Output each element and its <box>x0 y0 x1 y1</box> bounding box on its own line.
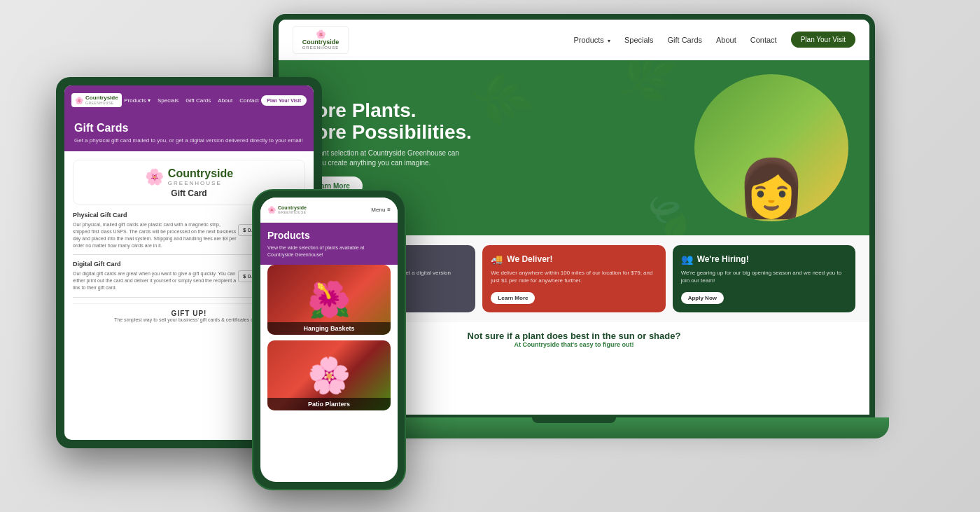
people-icon: 👥 <box>681 254 693 265</box>
phone-products-list: 🌺 Hanging Baskets 🌸 Patio Planters <box>260 265 398 410</box>
tablet-hero-subtitle: Get a physical gift card mailed to you, … <box>74 137 304 144</box>
tablet-hero: Gift Cards Get a physical gift card mail… <box>64 115 314 151</box>
hiring-title: 👥 We're Hiring! <box>681 254 847 265</box>
laptop-nav-links: Products ▾ Specials Gift Cards About Con… <box>573 32 855 48</box>
tablet-digital-desc: Our digital gift cards are great when yo… <box>73 270 238 291</box>
leaf-decor-1: 🌿 <box>614 60 680 111</box>
phone-product-hanging-baskets[interactable]: 🌺 Hanging Baskets <box>267 265 391 335</box>
phone-logo: 🌸 Countryside GREENHOUSE <box>267 205 307 214</box>
phone-logo-name: Countryside <box>278 205 307 210</box>
tablet-nav-specials[interactable]: Specials <box>158 97 178 104</box>
tablet-navbar: 🌸 Countryside GREENHOUSE Products ▾ Spec… <box>64 85 314 115</box>
phone-screen: 🌸 Countryside GREENHOUSE Menu ≡ Products <box>260 198 398 482</box>
tablet-nav-about[interactable]: About <box>218 97 232 104</box>
tablet-physical-label: Physical Gift Card <box>73 212 238 219</box>
nav-link-contact[interactable]: Contact <box>750 36 777 44</box>
patio-planters-emoji: 🌸 <box>307 355 351 396</box>
phone-product-patio-planters[interactable]: 🌸 Patio Planters <box>267 340 391 410</box>
delivery-card: 🚚 We Deliver! We deliver anywhere within… <box>482 245 665 312</box>
hero-title: More Plants. More Possibilities. <box>300 100 472 144</box>
tablet-nav-links: Products ▾ Specials Gift Cards About Con… <box>124 97 259 104</box>
nav-link-specials[interactable]: Specials <box>624 36 654 44</box>
tablet-digital-label: Digital Gift Card <box>73 261 238 268</box>
phone-hero-title: Products <box>267 230 391 242</box>
phone-hero-subtitle: View the wide selection of plants availa… <box>267 244 391 258</box>
laptop-logo-box: 🌸 Countryside GREENHOUSE <box>293 26 349 54</box>
tablet-gift-flower: 🌸 <box>145 168 164 186</box>
phone-device: 🌸 Countryside GREENHOUSE Menu ≡ Products <box>252 189 406 490</box>
phone-navbar: 🌸 Countryside GREENHOUSE Menu ≡ <box>260 198 398 223</box>
tablet-nav-products[interactable]: Products ▾ <box>124 97 150 104</box>
nav-link-giftcards[interactable]: Gift Cards <box>668 36 703 44</box>
phone-menu-label: Menu <box>371 207 385 213</box>
hero-text: More Plants. More Possibilities. The pla… <box>300 100 472 196</box>
phone-logo-sub: GREENHOUSE <box>278 210 307 214</box>
tablet-physical-desc: Our physical, mailed gift cards are plas… <box>73 221 238 249</box>
delivery-text: We deliver anywhere within 100 miles of … <box>491 269 657 284</box>
apply-now-button[interactable]: Apply Now <box>681 292 724 304</box>
tablet-nav-contact[interactable]: Contact <box>239 97 259 104</box>
laptop-logo-name: Countryside <box>302 39 340 46</box>
hero-person-icon: 👩 <box>736 155 806 221</box>
nav-link-about[interactable]: About <box>716 36 736 44</box>
tablet-logo-name: Countryside GREENHOUSE <box>85 95 118 105</box>
hiring-text: We're gearing up for our big opening sea… <box>681 269 847 284</box>
tablet-nav-giftcards[interactable]: Gift Cards <box>186 97 211 104</box>
hanging-baskets-label: Hanging Baskets <box>267 322 391 335</box>
hamburger-icon: ≡ <box>387 207 391 213</box>
tablet-hero-title: Gift Cards <box>74 122 304 134</box>
flower-icon: 🌸 <box>316 29 326 39</box>
phone-outer: 🌸 Countryside GREENHOUSE Menu ≡ Products <box>252 189 406 490</box>
tablet-gift-logo: 🌸 Countryside GREENHOUSE <box>145 167 233 186</box>
tablet-gift-logo-sub: GREENHOUSE <box>168 180 233 186</box>
scene: 🌸 Countryside GREENHOUSE Products ▾ Spec… <box>0 0 980 512</box>
tablet-physical-gift-section: Physical Gift Card Our physical, mailed … <box>73 212 238 249</box>
tablet-gift-logo-text: Countryside GREENHOUSE <box>168 167 233 186</box>
delivery-title: 🚚 We Deliver! <box>491 254 657 265</box>
tablet-logo: 🌸 Countryside GREENHOUSE <box>71 93 122 107</box>
phone-flower-icon: 🌸 <box>267 206 276 214</box>
leaf-decor-2: 🍃 <box>633 183 703 235</box>
hanging-baskets-emoji: 🌺 <box>307 279 351 320</box>
laptop-navbar: 🌸 Countryside GREENHOUSE Products ▾ Spec… <box>279 20 869 60</box>
phone-menu[interactable]: Menu ≡ <box>371 207 391 213</box>
truck-icon: 🚚 <box>491 254 503 265</box>
phone-hero: Products View the wide selection of plan… <box>260 223 398 265</box>
nav-link-products[interactable]: Products ▾ <box>573 36 610 44</box>
tablet-gift-logo-name: Countryside <box>168 167 233 180</box>
hero-image-circle: 👩 <box>694 74 848 221</box>
leaf-decor-3: 🌿 <box>466 64 536 134</box>
patio-planters-label: Patio Planters <box>267 398 391 410</box>
tablet-gift-card-title: Gift Card <box>171 188 206 198</box>
tablet-logo-sub: GREENHOUSE <box>85 101 118 105</box>
tablet-logo-main: Countryside <box>85 95 118 101</box>
phone-logo-text-wrap: Countryside GREENHOUSE <box>278 205 307 214</box>
laptop-logo: 🌸 Countryside GREENHOUSE <box>293 26 349 54</box>
laptop-logo-sub: GREENHOUSE <box>302 46 340 50</box>
tablet-plan-visit-button[interactable]: Plan Your Visit <box>261 95 307 106</box>
delivery-label: We Deliver! <box>507 254 552 264</box>
tablet-digital-gift-section: Digital Gift Card Our digital gift cards… <box>73 261 238 291</box>
hero-subtitle: The plant selection at Countryside Green… <box>300 148 468 168</box>
tablet-flower-icon: 🌸 <box>75 97 83 104</box>
hero-title-line2: More Possibilities. <box>300 121 472 143</box>
laptop-plan-visit-button[interactable]: Plan Your Visit <box>791 32 855 48</box>
hiring-card: 👥 We're Hiring! We're gearing up for our… <box>673 245 855 312</box>
dropdown-arrow: ▾ <box>608 38 610 44</box>
hiring-label: We're Hiring! <box>697 254 749 264</box>
delivery-learn-more-button[interactable]: Learn More <box>491 292 535 304</box>
